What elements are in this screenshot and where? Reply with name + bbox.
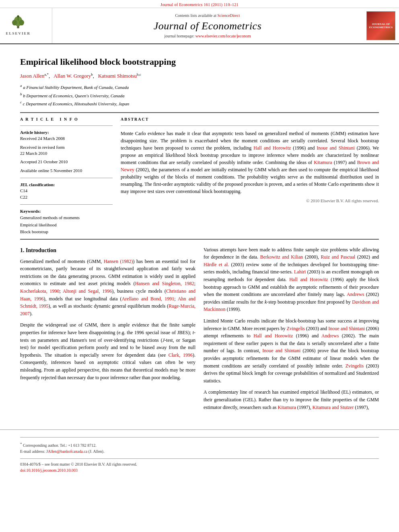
ref-zvingelis-2003[interactable]: Zvingelis [287, 326, 305, 331]
abstract-text: Monte Carlo evidence has made it clear t… [121, 130, 379, 195]
email-label: E-mail address: [20, 449, 45, 454]
section1-heading: 1. Introduction [20, 246, 195, 255]
section-divider [20, 239, 379, 240]
body-para-right-1: Various attempts have been made to addre… [204, 246, 379, 313]
ref-berkowitz-kilian[interactable]: Berkowitz and Kilian [260, 254, 303, 260]
ref-inoue-shintani-abstract[interactable]: Inoue and Shintani [317, 145, 354, 151]
elsevier-tree-icon [6, 15, 30, 29]
accepted-date: Accepted 21 October 2010 [20, 159, 113, 165]
article-info-abstract-section: A R T I C L E I N F O Article history: R… [20, 117, 379, 236]
journal-header: ELSEVIER Contents lists available at Sci… [0, 8, 399, 44]
body-col-right: Various attempts have been made to addre… [204, 246, 379, 415]
doi-url[interactable]: doi:10.1016/j.jeconom.2010.10.003 [20, 468, 78, 472]
ref-hansen-singleton[interactable]: Hansen and Singleton, 1982 [135, 281, 194, 286]
homepage-link[interactable]: www.elsevier.com/locate/jeconom [195, 34, 251, 38]
journal-cover-area: JOURNAL OF ECONOMETRICS [363, 8, 399, 43]
ref-inoue-shintani-body2[interactable]: Inoue and Shintani [262, 348, 300, 353]
body-para-1: Generalized method of moments (GMM, Hans… [20, 258, 195, 318]
ref-clark[interactable]: Clark, 1996 [169, 352, 193, 358]
history-label: Article history: [20, 130, 113, 135]
ref-zvingelis-body2[interactable]: Zvingelis [346, 363, 364, 369]
jel-divider [20, 178, 113, 178]
page-footer: * Corresponding author. Tel.: +1 613 782… [0, 429, 399, 477]
ref-arellano-bond[interactable]: Arellano and Bond, 1991 [122, 296, 175, 302]
elsevier-brand-text: ELSEVIER [6, 31, 46, 35]
jel-label: JEL classification: [20, 182, 113, 187]
ref-hall-horowitz-body2[interactable]: Hall and Horowitz [253, 333, 293, 339]
doi-text: 0304-4076/$ – see front matter © 2010 El… [20, 461, 379, 467]
journal-cover-text: JOURNAL OF ECONOMETRICS [367, 22, 395, 30]
journal-cover-image: JOURNAL OF ECONOMETRICS [366, 11, 395, 40]
footnote-email: E-mail address: JAllen@bankofcanada.ca (… [20, 448, 379, 454]
jel-codes: C14C22 [20, 188, 113, 200]
jel-section: JEL classification: C14C22 [20, 182, 113, 200]
keyword-2: Empirical likelihood [20, 222, 113, 229]
author-gregory-superscript: b [91, 72, 93, 76]
elsevier-logo: ELSEVIER [6, 15, 46, 37]
keywords-label: Keywords: [20, 209, 113, 214]
author-shimotsu-superscript: b,c [137, 72, 141, 76]
science-direct-link[interactable]: ScienceDirect [217, 13, 240, 18]
copyright-text: © 2010 Elsevier B.V. All rights reserved… [121, 198, 379, 203]
email-link[interactable]: JAllen@bankofcanada.ca [46, 449, 87, 454]
footnote-text: Corresponding author. Tel.: +1 613 782 8… [23, 443, 97, 448]
journal-header-center: Contents lists available at ScienceDirec… [52, 8, 363, 43]
ref-hall-horowitz-abstract[interactable]: Hall and Horowitz [253, 145, 291, 151]
and-connector: and [308, 145, 315, 151]
homepage-text: journal homepage: www.elsevier.com/locat… [165, 34, 251, 38]
ref-lahiri[interactable]: Lahiri [294, 269, 306, 275]
main-content: Empirical likelihood block bootstrapping… [0, 44, 399, 423]
received-date: Received 24 March 2008 [20, 136, 113, 142]
ref-davidson-mackinnon[interactable]: Davidson and Mackinnon [204, 299, 379, 312]
abstract-column: ABSTRACT Monte Carlo evidence has made i… [121, 117, 379, 236]
footer-divider [20, 437, 379, 438]
article-info-column: A R T I C L E I N F O Article history: R… [20, 117, 113, 236]
revised-date: Received in revised form22 March 2010 [20, 144, 113, 157]
paper-title: Empirical likelihood block bootstrapping [20, 56, 379, 68]
body-para-right-3: A complementary line of research has exa… [204, 388, 379, 411]
authors-line: Jason Allena,*, Allan W. Gregoryb, Katsu… [20, 72, 379, 80]
email-person: J. Allen [90, 449, 102, 454]
ref-andrews-body2[interactable]: Andrews [321, 333, 339, 339]
author-jason-allen[interactable]: Jason Allen [20, 73, 44, 79]
affiliations: a a Financial Stability Department, Bank… [20, 83, 379, 107]
svg-point-3 [19, 20, 24, 25]
ref-brown-newey-abstract[interactable]: Brown and Newey [121, 160, 379, 173]
ref-hall-horowitz-body[interactable]: Hall and Horowitz [289, 277, 328, 282]
ref-kitamura-stutzer[interactable]: Kitamura and Stutzer [313, 405, 354, 410]
keyword-1: Generalized methods of moments [20, 214, 113, 222]
journal-ref-text: Journal of Econometrics 161 (2011) 110–1… [160, 2, 239, 7]
ref-kocherlakota[interactable]: Kocherlakota, 1990 [20, 288, 59, 294]
ref-kitamura-body[interactable]: Kitamura [278, 405, 296, 410]
journal-title: Journal of Econometrics [154, 20, 262, 32]
header-divider [20, 112, 379, 113]
footnote-marker: * [20, 442, 22, 446]
journal-reference-bar: Journal of Econometrics 161 (2011) 110–1… [0, 0, 399, 8]
author-allan-gregory[interactable]: Allan W. Gregory [53, 73, 91, 79]
section1-content: 1. Introduction Generalized method of mo… [20, 246, 379, 415]
article-info-heading: A R T I C L E I N F O [20, 117, 113, 121]
author-katsumi-shimotsu[interactable]: Katsumi Shimotsu [98, 73, 137, 79]
body-col-left: 1. Introduction Generalized method of mo… [20, 246, 195, 415]
footnote-corresponding-author: * Corresponding author. Tel.: +1 613 782… [20, 442, 379, 448]
ref-altonji-segal[interactable]: Altonji and Segal, 1996 [63, 288, 112, 294]
contents-label: Contents lists available at [175, 13, 216, 18]
svg-point-4 [17, 15, 19, 17]
homepage-label: journal homepage: [165, 34, 195, 38]
keyword-3: Block bootstrap [20, 228, 113, 236]
article-info-divider [20, 125, 113, 126]
ref-hardle[interactable]: Härdle et al. [204, 262, 229, 267]
body-para-2: Despite the widespread use of GMM, there… [20, 321, 195, 381]
affiliation-c: c c Department of Economics, Hitotsubash… [20, 99, 379, 107]
abstract-heading: ABSTRACT [121, 117, 379, 121]
ref-inoue-shintani-body[interactable]: Inoue and Shintani [328, 326, 365, 331]
ref-ruiz-pascual[interactable]: Ruiz and Pascual [321, 254, 356, 260]
body-para-right-2: Limited Monte Carlo results indicate the… [204, 317, 379, 384]
online-date: Available online 5 November 2010 [20, 168, 113, 174]
affiliation-a: a a Financial Stability Department, Bank… [20, 83, 379, 91]
ref-hansen-1982[interactable]: Hansen (1982) [104, 259, 133, 264]
ref-kitamura-abstract[interactable]: Kitamura [314, 160, 332, 165]
svg-point-2 [12, 20, 17, 25]
ref-andrews-2002[interactable]: Andrews [347, 292, 364, 297]
affiliation-b: b b Department of Economics, Queen's Uni… [20, 91, 379, 99]
